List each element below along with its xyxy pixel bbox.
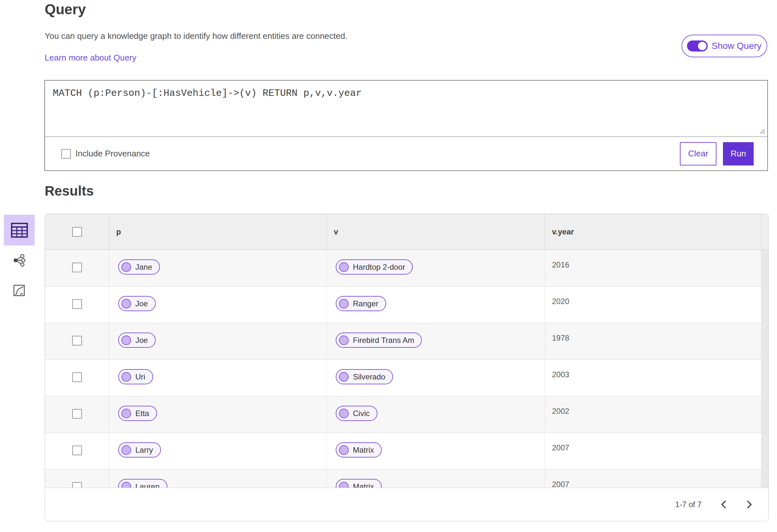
person-pill[interactable]: Etta — [118, 406, 157, 421]
person-pill-label: Lauren — [135, 482, 159, 488]
table-rows: Jane Hardtop 2-door 2016 Joe Ranger — [45, 250, 761, 488]
person-pill[interactable]: Uri — [118, 369, 153, 384]
chart-icon — [13, 285, 25, 296]
table-icon — [11, 223, 28, 238]
row-cell-vyear: 2002 — [545, 396, 761, 433]
node-dot-icon — [339, 335, 349, 345]
row-cell-v: Hardtop 2-door — [327, 250, 545, 286]
column-header-p: p — [109, 214, 327, 250]
toggle-knob — [698, 42, 706, 50]
toggle-on-icon[interactable] — [687, 40, 708, 51]
vehicle-pill-label: Civic — [353, 409, 370, 418]
select-all-checkbox[interactable] — [72, 227, 82, 237]
person-pill-label: Larry — [135, 445, 153, 455]
row-cell-p: Joe — [109, 287, 327, 323]
person-pill-label: Jane — [135, 262, 152, 272]
row-checkbox[interactable] — [72, 409, 82, 419]
row-cell-v: Matrix — [327, 469, 545, 488]
person-pill[interactable]: Lauren — [118, 479, 168, 488]
person-pill-label: Joe — [135, 299, 148, 308]
page-title: Query — [45, 1, 86, 17]
node-dot-icon — [339, 262, 349, 272]
vehicle-pill[interactable]: Matrix — [336, 442, 382, 457]
scrollbar-cap — [761, 214, 768, 250]
node-dot-icon — [339, 372, 349, 382]
show-query-toggle[interactable]: Show Query — [681, 35, 767, 57]
show-query-label: Show Query — [711, 41, 762, 51]
row-cell-vyear: 2007 — [545, 469, 761, 488]
pagination-range: 1-7 of 7 — [675, 500, 701, 509]
row-cell-p: Uri — [109, 360, 327, 396]
query-page: Query You can query a knowledge graph to… — [0, 0, 777, 532]
row-select-cell — [45, 469, 109, 488]
vehicle-pill[interactable]: Silverado — [336, 369, 393, 384]
table-row: Lauren Matrix 2007 — [45, 469, 761, 488]
pagination-next-button[interactable] — [742, 497, 757, 512]
person-pill[interactable]: Joe — [118, 296, 156, 311]
graph-view-button[interactable] — [8, 251, 30, 269]
row-cell-p: Joe — [109, 323, 327, 359]
row-cell-p: Larry — [109, 433, 327, 469]
scrollbar-thumb[interactable] — [761, 250, 768, 488]
row-checkbox[interactable] — [72, 262, 82, 272]
column-header-v: v — [327, 214, 545, 250]
node-dot-icon — [121, 262, 131, 272]
network-icon — [13, 254, 25, 267]
query-text: MATCH (p:Person)-[:HasVehicle]->(v) RETU… — [53, 88, 760, 99]
vehicle-pill[interactable]: Ranger — [336, 296, 386, 311]
include-provenance-control[interactable]: Include Provenance — [61, 148, 150, 158]
row-checkbox[interactable] — [72, 336, 82, 345]
page-description: You can query a knowledge graph to ident… — [45, 31, 347, 41]
include-provenance-label: Include Provenance — [76, 148, 150, 158]
chevron-left-icon — [720, 500, 727, 509]
chart-view-button[interactable] — [8, 282, 30, 299]
person-pill[interactable]: Jane — [118, 259, 160, 275]
vehicle-pill[interactable]: Matrix — [336, 479, 382, 488]
table-footer: 1-7 of 7 — [45, 488, 768, 521]
row-cell-v: Ranger — [327, 287, 545, 323]
row-checkbox[interactable] — [72, 445, 82, 455]
row-cell-vyear: 2007 — [545, 433, 761, 469]
row-checkbox[interactable] — [72, 373, 82, 382]
run-button[interactable]: Run — [723, 142, 754, 166]
row-cell-p: Etta — [109, 396, 327, 433]
table-body: p v v.year Jane Hardtop 2-door 2016 — [45, 214, 768, 488]
vehicle-pill-label: Ranger — [353, 299, 378, 308]
person-pill[interactable]: Joe — [118, 332, 156, 348]
results-table-card: p v v.year Jane Hardtop 2-door 2016 — [45, 214, 769, 521]
row-cell-v: Firebird Trans Am — [327, 323, 545, 359]
include-provenance-checkbox[interactable] — [61, 149, 71, 158]
results-title: Results — [45, 183, 94, 199]
row-select-cell — [45, 360, 109, 396]
node-dot-icon — [121, 299, 131, 309]
person-pill-label: Joe — [135, 336, 148, 345]
row-checkbox[interactable] — [72, 299, 82, 309]
pagination-prev-button[interactable] — [716, 497, 731, 512]
table-row: Larry Matrix 2007 — [45, 433, 761, 469]
person-pill-label: Uri — [135, 373, 145, 382]
vehicle-pill[interactable]: Hardtop 2-door — [336, 259, 413, 275]
node-dot-icon — [339, 482, 349, 488]
node-dot-icon — [121, 409, 131, 418]
vehicle-pill-label: Hardtop 2-door — [353, 262, 405, 272]
table-view-button[interactable] — [4, 215, 35, 245]
clear-button[interactable]: Clear — [680, 142, 716, 166]
node-dot-icon — [339, 299, 349, 309]
table-row: Joe Firebird Trans Am 1978 — [45, 323, 761, 360]
row-cell-vyear: 2003 — [545, 360, 761, 396]
row-cell-vyear: 2020 — [545, 287, 761, 323]
row-checkbox[interactable] — [72, 482, 82, 488]
table-scrollbar[interactable] — [761, 214, 768, 488]
chevron-right-icon — [746, 500, 753, 509]
resize-handle-icon[interactable] — [759, 128, 765, 134]
vehicle-pill[interactable]: Civic — [336, 406, 377, 421]
node-dot-icon — [339, 409, 349, 418]
row-cell-vyear: 1978 — [545, 323, 761, 359]
table-row: Uri Silverado 2003 — [45, 360, 761, 396]
learn-more-link[interactable]: Learn more about Query — [45, 53, 136, 63]
vehicle-pill-label: Matrix — [353, 482, 374, 488]
person-pill[interactable]: Larry — [118, 442, 161, 457]
vehicle-pill[interactable]: Firebird Trans Am — [336, 332, 422, 348]
node-dot-icon — [121, 335, 131, 345]
query-textarea[interactable]: MATCH (p:Person)-[:HasVehicle]->(v) RETU… — [45, 81, 767, 137]
